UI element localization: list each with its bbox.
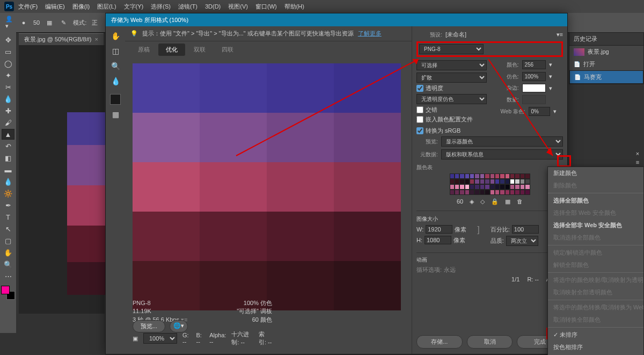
- heal-tool[interactable]: ✚: [2, 105, 14, 116]
- eyedropper-tool[interactable]: 💧: [2, 93, 14, 104]
- transparency-check[interactable]: [416, 85, 423, 92]
- history-snapshot[interactable]: 夜景.jpg: [569, 46, 643, 58]
- history-item[interactable]: 📄 打开: [569, 58, 643, 70]
- brush-tool[interactable]: 🖌: [2, 117, 14, 128]
- menu-window[interactable]: 窗口(W): [252, 2, 280, 12]
- brush-panel-icon[interactable]: ▦: [45, 18, 54, 27]
- menu-filter[interactable]: 滤镜(T): [175, 2, 201, 12]
- ct-icon[interactable]: ◇: [480, 198, 485, 205]
- preview-select[interactable]: 显示器颜色: [441, 136, 563, 147]
- tab-original[interactable]: 原稿: [130, 44, 157, 56]
- menu-item[interactable]: ✓ 未排序: [548, 329, 643, 341]
- hand-tool-icon[interactable]: ✋: [110, 31, 121, 41]
- preview-area: PNG-8 11.19K 3 秒 @ 56.6 Kbps ▾≡ 100% 仿色 …: [125, 58, 412, 354]
- learn-more-link[interactable]: 了解更多: [358, 30, 382, 38]
- menu-help[interactable]: 帮助(H): [281, 2, 308, 12]
- history-doc-label: 夜景.jpg: [588, 48, 609, 56]
- hand-tool[interactable]: ✋: [2, 247, 14, 258]
- browser-button[interactable]: 🌐▾: [170, 320, 188, 332]
- diffusion-select[interactable]: 扩散: [416, 73, 487, 83]
- menu-item[interactable]: 新建颜色: [548, 167, 643, 179]
- matte-swatch[interactable]: [522, 84, 546, 92]
- metadata-select[interactable]: 版权和联系信息: [441, 149, 563, 160]
- tool-preset-icon[interactable]: 👤▾: [5, 18, 14, 27]
- web-input[interactable]: [529, 107, 550, 116]
- menu-edit[interactable]: 编辑(E): [42, 2, 68, 12]
- cancel-button[interactable]: 取消: [467, 335, 513, 349]
- imagesize-label: 图像大小: [416, 215, 563, 223]
- palette-info: 100% 仿色 "可选择" 调板 60 颜色: [237, 299, 272, 324]
- menu-file[interactable]: 文件(F): [15, 2, 41, 12]
- preset-menu-icon[interactable]: ▾≡: [557, 31, 563, 38]
- dither-input[interactable]: [522, 72, 546, 81]
- lasso-tool[interactable]: ◯: [2, 58, 14, 69]
- close-icon[interactable]: ×: [95, 36, 98, 42]
- menu-3d[interactable]: 3D(D): [202, 2, 224, 11]
- toggle-icon[interactable]: ▣: [133, 335, 138, 342]
- mini-close-icon[interactable]: ×: [636, 150, 639, 157]
- eraser-tool[interactable]: ◧: [2, 153, 14, 163]
- tab-optimized[interactable]: 优化: [158, 44, 185, 56]
- preview-button[interactable]: 预览...: [133, 320, 165, 332]
- menu-item[interactable]: 选择全部颜色: [548, 194, 643, 207]
- ct-icon[interactable]: ◈: [470, 198, 474, 205]
- colors-input[interactable]: [522, 60, 546, 69]
- format-select[interactable]: PNG-8: [419, 44, 484, 54]
- dodge-tool[interactable]: 🔆: [2, 188, 14, 199]
- color-table-grid[interactable]: [450, 173, 530, 195]
- tab-2up[interactable]: 双联: [186, 44, 213, 56]
- shape-tool[interactable]: ▢: [2, 235, 14, 246]
- menu-view[interactable]: 视图(V): [225, 2, 251, 12]
- wand-tool[interactable]: ✦: [2, 70, 14, 81]
- edit-toolbar[interactable]: ⋯: [2, 271, 14, 281]
- ct-icon[interactable]: ▦: [505, 198, 510, 205]
- history-item[interactable]: 📄 马赛克: [569, 70, 643, 84]
- move-tool[interactable]: ✥: [2, 34, 14, 45]
- ct-icon[interactable]: 🔒: [491, 198, 499, 205]
- width-input[interactable]: [426, 225, 452, 234]
- ct-icon[interactable]: 🗑: [517, 198, 523, 205]
- blur-tool[interactable]: 💧: [2, 176, 14, 187]
- pen-tool[interactable]: ✒: [2, 200, 14, 211]
- interlace-label: 交错: [426, 106, 437, 114]
- menu-type[interactable]: 文字(Y): [121, 2, 147, 12]
- link-icon[interactable]: ]: [477, 225, 479, 248]
- history-brush-tool[interactable]: ↶: [2, 141, 14, 151]
- type-tool[interactable]: T: [2, 212, 14, 222]
- percent-input[interactable]: [512, 225, 539, 234]
- fg-color[interactable]: [1, 286, 10, 294]
- crop-tool[interactable]: ✂: [2, 82, 14, 92]
- preview-tabs: 原稿 优化 双联 四联: [125, 41, 412, 58]
- menu-item[interactable]: 选择全部非 Web 安全颜色: [548, 219, 643, 231]
- eyedropper-tool-icon[interactable]: 💧: [110, 76, 121, 86]
- zoom-select[interactable]: 100%: [143, 333, 177, 344]
- menu-layer[interactable]: 图层(L): [94, 2, 119, 12]
- path-tool[interactable]: ↖: [2, 223, 14, 234]
- marquee-tool[interactable]: ▭: [2, 46, 14, 57]
- save-button[interactable]: 存储...: [416, 335, 463, 349]
- slice-visibility-icon[interactable]: ▦: [110, 109, 121, 120]
- doc-tab[interactable]: 夜景.jpg @ 50%(RGB/8#) ×: [19, 33, 104, 45]
- convert-check[interactable]: [416, 127, 423, 134]
- zoom-tool-icon[interactable]: 🔍: [110, 61, 121, 71]
- stamp-tool[interactable]: ▲: [2, 129, 14, 140]
- menu-item[interactable]: 按色相排序: [548, 341, 643, 353]
- brush-settings-icon[interactable]: ✎: [59, 18, 68, 27]
- color-table: 颜色表 60 ◈ ◇ 🔒 ▦ 🗑: [416, 164, 563, 205]
- zoom-tool[interactable]: 🔍: [2, 259, 14, 270]
- trans-dither-select[interactable]: 无透明度仿色: [416, 94, 487, 104]
- gradient-tool[interactable]: ▬: [2, 164, 14, 175]
- tab-4up[interactable]: 四联: [214, 44, 241, 56]
- color-swatch[interactable]: [1, 286, 15, 300]
- interlace-check[interactable]: [416, 106, 423, 113]
- menu-image[interactable]: 图像(I): [69, 2, 93, 12]
- brush-size[interactable]: 50: [33, 19, 40, 26]
- menu-select[interactable]: 选择(S): [148, 2, 174, 12]
- embed-check[interactable]: [416, 116, 423, 123]
- mini-menu-icon[interactable]: ≡: [636, 159, 639, 165]
- quality-select[interactable]: 两次立方: [506, 236, 538, 246]
- reduction-select[interactable]: 可选择: [416, 60, 487, 70]
- mode-value[interactable]: 正: [92, 19, 98, 27]
- height-input[interactable]: [425, 236, 451, 244]
- slice-tool-icon[interactable]: ◫: [110, 46, 121, 56]
